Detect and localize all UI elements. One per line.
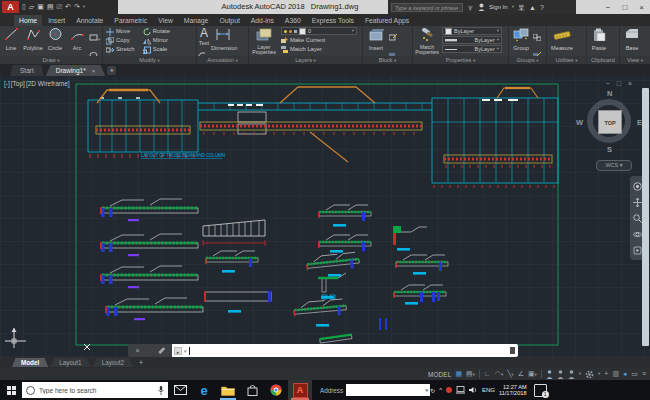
zoom-icon[interactable]	[633, 214, 642, 223]
command-grip-handle[interactable]	[510, 347, 515, 354]
taskbar-app-store[interactable]	[240, 380, 264, 400]
ribbon-tab-featured-apps[interactable]: Featured Apps	[360, 15, 414, 26]
redo-icon[interactable]: ↷	[74, 0, 80, 14]
block-edit-icon[interactable]	[389, 27, 397, 45]
viewcube-south[interactable]: S	[607, 145, 612, 154]
utilities-panel-label[interactable]: Utilities ▾	[547, 56, 586, 64]
ribbon-tab-addins[interactable]: Add-ins	[246, 15, 279, 26]
object-snap-tracking-icon[interactable]: ∠	[518, 368, 524, 380]
annotation-scale-caret-icon[interactable]: ▾	[579, 372, 581, 376]
viewcube[interactable]: TOP N S W E	[578, 90, 644, 156]
taskbar-app-mail[interactable]	[168, 380, 192, 400]
hidden-icons-chevron[interactable]: ^	[439, 387, 442, 393]
snap-mode-icon[interactable]: ▤▾	[466, 368, 475, 380]
file-tab-drawing1[interactable]: Drawing1*×	[46, 65, 106, 76]
new-tab-button[interactable]: +	[107, 66, 116, 75]
viewcube-north[interactable]: N	[607, 89, 612, 98]
vertical-scrollbar[interactable]	[642, 88, 649, 346]
maximize-button[interactable]: □	[622, 3, 627, 12]
customization-menu-icon[interactable]: ≡	[642, 368, 646, 380]
scale-tool[interactable]: Scale	[143, 45, 170, 54]
open-file-icon[interactable]: ▱	[29, 0, 34, 14]
taskbar-app-file-explorer[interactable]	[216, 380, 240, 400]
stretch-tool[interactable]: Stretch	[106, 45, 134, 54]
block-panel-label[interactable]: Block ▾	[363, 56, 412, 64]
viewcube-west[interactable]: W	[576, 118, 583, 127]
isometric-drafting-icon[interactable]: ╲▾	[507, 368, 513, 380]
tab-model[interactable]: Model	[12, 358, 48, 367]
ribbon-tab-parametric[interactable]: Parametric	[109, 15, 152, 26]
line-tool[interactable]: Line	[0, 26, 22, 51]
polyline-tool[interactable]: Polyline	[22, 26, 44, 51]
autocad-logo-icon[interactable]: A	[2, 1, 19, 13]
workspace-caret-icon[interactable]: ▾	[598, 372, 600, 376]
sign-in-caret-icon[interactable]: ▾	[512, 5, 514, 9]
ungroup-icon[interactable]	[533, 27, 541, 45]
move-tool[interactable]: Move	[106, 27, 134, 36]
ribbon-tab-output[interactable]: Output	[214, 15, 244, 26]
pan-icon[interactable]	[633, 198, 642, 207]
annotation-scale-icon[interactable]	[568, 370, 575, 379]
ribbon-tab-manage[interactable]: Manage	[179, 15, 214, 26]
app-store-cart-icon[interactable]: 🜟	[518, 4, 525, 11]
close-tab-icon[interactable]: ×	[92, 68, 96, 74]
match-properties-tool[interactable]: Match Properties	[413, 26, 441, 55]
keyword-search-input[interactable]: Type a keyword or phrase	[391, 3, 463, 12]
drawing-canvas[interactable]: LAYOUT OF TRUSS BEAM AND COLUMN	[0, 76, 650, 357]
ribbon-tab-home[interactable]: Home	[14, 15, 42, 26]
viewport-close-icon[interactable]: ×	[628, 80, 632, 87]
minimize-button[interactable]: −	[606, 3, 611, 12]
annotation-panel-label[interactable]: Annotation ▾	[197, 56, 248, 64]
annotation-visibility-icon[interactable]	[546, 370, 553, 379]
undo-icon[interactable]: ↶	[65, 0, 71, 14]
new-file-icon[interactable]: ▯	[22, 0, 26, 14]
groups-panel-label[interactable]: Groups ▾	[509, 56, 546, 64]
command-input[interactable]: ▸ ▾	[172, 344, 518, 357]
wcs-button[interactable]: WCS ▾	[596, 160, 632, 171]
ribbon-tab-view[interactable]: View	[153, 15, 178, 26]
object-color-dropdown[interactable]: ByLayer ▾	[442, 27, 502, 35]
ribbon-tab-annotate[interactable]: Annotate	[71, 15, 108, 26]
group-tool[interactable]: Group	[509, 26, 533, 51]
draw-panel-label[interactable]: Draw ▾	[0, 56, 102, 64]
linetype-dropdown[interactable]: ByLayer ▾	[442, 45, 502, 53]
layer-dropdown[interactable]: 0 ▾	[281, 27, 357, 35]
clean-screen-icon[interactable]: ▭	[631, 368, 638, 380]
customization-plus-icon[interactable]: +	[604, 368, 608, 380]
language-indicator[interactable]: ENG	[482, 387, 495, 393]
annotation-autoscale-icon[interactable]	[557, 370, 564, 379]
command-line[interactable]: × ▸ ▾	[128, 344, 518, 357]
new-layout-button[interactable]: +	[139, 359, 143, 366]
viewport-restore-icon[interactable]: □	[617, 80, 621, 87]
command-recent-caret-icon[interactable]: ▾	[184, 348, 187, 354]
ortho-mode-icon[interactable]: ∟	[484, 368, 491, 380]
text-tool[interactable]: A Text	[197, 26, 211, 46]
viewcube-top-face[interactable]: TOP	[598, 110, 622, 134]
match-layer-tool[interactable]: Match Layer	[281, 45, 359, 54]
sign-in-button[interactable]: Sign In	[489, 4, 508, 10]
close-button[interactable]: ×	[639, 3, 644, 12]
tray-app-icon[interactable]	[446, 387, 452, 393]
save-icon[interactable]: ▣	[37, 0, 44, 14]
ribbon-tab-express-tools[interactable]: Express Tools	[307, 15, 359, 26]
modify-panel-label[interactable]: Modify ▾	[103, 56, 196, 64]
address-input[interactable]: ▾	[346, 384, 430, 396]
search-binoculars-icon[interactable]: 🝁	[467, 4, 474, 11]
tab-layout2[interactable]: Layout2	[93, 358, 133, 367]
orbit-icon[interactable]	[633, 230, 642, 239]
grid-display-icon[interactable]: ▦	[455, 368, 462, 380]
file-tab-start[interactable]: Start	[10, 65, 44, 76]
taskbar-search[interactable]: Type here to search	[22, 382, 168, 398]
workspace-gear-icon[interactable]	[585, 370, 594, 379]
hardware-acceleration-icon[interactable]: ●	[623, 368, 627, 380]
viewport-menu-control[interactable]: [-]	[4, 80, 10, 87]
layers-panel-label[interactable]: Layers ▾	[249, 56, 362, 64]
taskbar-app-chrome[interactable]	[264, 380, 288, 400]
volume-icon[interactable]	[469, 386, 478, 394]
layer-properties-tool[interactable]: Layer Properties	[249, 26, 279, 55]
model-space-label[interactable]: MODEL	[428, 371, 451, 378]
taskbar-app-edge[interactable]: e	[192, 380, 216, 400]
tab-layout1[interactable]: Layout1	[50, 358, 90, 367]
viewport-minimize-icon[interactable]: −	[606, 80, 610, 87]
polar-tracking-icon[interactable]: ◠▾	[495, 368, 503, 380]
